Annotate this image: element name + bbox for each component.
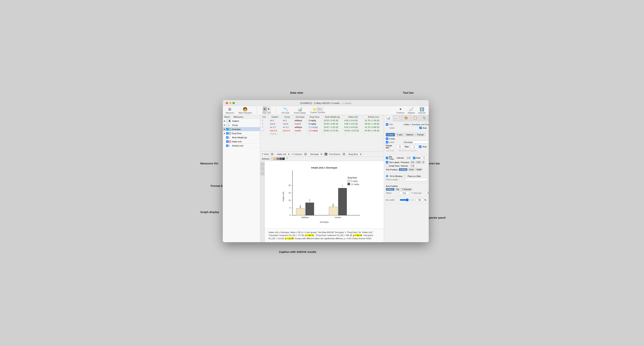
intake-checkbox[interactable] (226, 140, 228, 143)
measure-row-genotype[interactable]: ▶ G Genotype (223, 127, 260, 131)
auto-ticks-checkbox[interactable] (413, 157, 416, 159)
tick-btn-cross[interactable]: cross (408, 168, 415, 171)
axis-pos-bottom[interactable]: Bottom (386, 188, 394, 191)
x-category-select[interactable]: Genotype (308, 152, 323, 156)
fixed-length-label: Fixed Length: (386, 178, 399, 181)
offset-input[interactable] (400, 192, 409, 195)
scheme-colors[interactable] (271, 157, 285, 160)
y-value-select[interactable]: Intake (ml) (275, 152, 290, 156)
bar-width-value[interactable] (416, 198, 423, 201)
toolbar-posthoc-symbols[interactable]: ⭐ abc PostHoc Symbols (310, 107, 325, 113)
interval-input[interactable] (405, 156, 412, 159)
close-button[interactable] (226, 102, 228, 104)
measures-icon: ⊞ (228, 107, 232, 111)
scheme-arrow[interactable]: ⌃ (286, 157, 288, 160)
tick-btn-outside[interactable]: outside (399, 168, 407, 171)
axis-tab-x[interactable]: X axis (386, 133, 395, 136)
range-min-input[interactable] (396, 145, 404, 148)
toolbar-data-view[interactable]: ≡ ≡ Data View (262, 107, 271, 114)
title-input[interactable] (403, 123, 429, 126)
axis-tab-y[interactable]: Y axis (395, 133, 404, 136)
big-ticks-checkbox[interactable] (386, 157, 388, 159)
small-interval-input[interactable] (409, 164, 416, 167)
toolbar-make-repeated[interactable]: 🧑 Make Repeated (238, 107, 252, 114)
y-info-btn[interactable]: ℹ (271, 153, 274, 155)
add-category-btn[interactable]: + (324, 153, 328, 156)
measure-row-drug-dose[interactable]: ▶ D Drug Dose (223, 131, 260, 135)
row4-dose: 1.0 mg/kg (307, 129, 322, 132)
axis-tabs: X axis Y axis Options Format (386, 133, 427, 136)
measure-row-activity[interactable]: ◎ Activity (cm) (223, 144, 260, 148)
row4-subject: mut-1.0 (268, 129, 281, 132)
inspector-tab-color[interactable]: 🎨 (402, 115, 411, 121)
format-item-2[interactable] (260, 167, 264, 171)
genotype-checkbox[interactable] (226, 128, 228, 130)
bar-width-slider[interactable] (400, 198, 415, 201)
axis-pos-y-intercept[interactable]: Y Intercept (401, 188, 412, 191)
y-intercept-input[interactable] (425, 192, 429, 195)
fit-window-radio[interactable] (386, 175, 388, 177)
axis-pos-top[interactable]: Top (395, 188, 400, 191)
inspector-tab-table[interactable]: 📋 (411, 115, 420, 121)
toolbar-plot-style[interactable]: 📉 Plot Style (282, 107, 290, 114)
fixed-length-input[interactable] (400, 178, 428, 181)
activity-checkbox[interactable] (226, 145, 228, 147)
row4-genotype: mutant (293, 129, 307, 132)
auto-ticks-value[interactable] (421, 156, 427, 159)
axis-tab-options[interactable]: Options (404, 133, 415, 136)
tick-btn-inside[interactable]: inside (415, 168, 423, 171)
toolbar-posthocs[interactable]: ✦ PostHocs (396, 107, 404, 114)
sub-info-btn[interactable]: ℹ (342, 153, 345, 155)
small-ticks-checkbox[interactable] (386, 165, 388, 167)
y-value-label: Y Value: (262, 153, 270, 155)
measure-row-body-weight[interactable]: ⚖ Body Weight (g) (223, 135, 260, 139)
tick-labels-checkbox[interactable] (386, 161, 388, 163)
table-row[interactable]: ✓ mut-0 mut-0 mutant 0 mg/kg 32.83 ± 0.6… (260, 122, 384, 125)
body-weight-checkbox[interactable] (226, 136, 228, 139)
table-row[interactable]: Unassi... – – – – – – (260, 132, 384, 135)
fixed-length-row: Fixed Length: (386, 178, 427, 181)
label-checkbox[interactable] (386, 141, 388, 143)
place-slide-radio[interactable] (404, 175, 406, 177)
toolbar-measures[interactable]: ⊞ Measures (226, 107, 234, 114)
subcategory-select[interactable]: Drug Dose (347, 152, 362, 156)
maximize-button[interactable] (232, 102, 235, 104)
row2-incl: ✓ (260, 122, 268, 125)
minimize-button[interactable] (229, 102, 232, 104)
graph-canvas: Intake (ml) x Genotype Intake (ml) Genot… (265, 161, 384, 228)
toolbar-points-display[interactable]: 📊 Points Display (294, 107, 306, 114)
data-table-container[interactable]: Incl. Subject Group Genotype Drug Dose B… (260, 115, 384, 152)
fit-radio-group: Fit to Window Place on Slide (386, 175, 421, 177)
th-dose: Drug Dose (307, 115, 322, 119)
svg-text:c: c (342, 184, 343, 186)
x-axis-checkbox[interactable] (386, 137, 388, 140)
subject-checkbox[interactable] (226, 120, 228, 122)
table-row[interactable]: ✓ wt-1.0 wt-1.0 wildtype 1.0 mg/kg 19.67… (260, 125, 384, 129)
inspector-tab-clip[interactable]: 📎 (420, 115, 429, 121)
format-item-1[interactable] (260, 163, 264, 166)
measure-row-group[interactable]: ▶ G Group (223, 123, 260, 127)
precision-display: 3.1 (410, 161, 415, 164)
title-checkbox[interactable] (386, 123, 388, 126)
x-info-btn[interactable]: ℹ (304, 153, 307, 155)
auto-range-checkbox[interactable] (419, 145, 422, 148)
toolbar-statistics[interactable]: 📈 Statistics (408, 107, 415, 114)
drug-dose-checkbox[interactable] (226, 132, 228, 134)
inspector-tab-line[interactable]: 📈 (393, 115, 402, 121)
inspector-tab-bar-chart[interactable]: 📊 (384, 115, 393, 121)
table-row[interactable]: ✓ mut-1.0 mut-1.0 mutant 1.0 mg/kg 30.00… (260, 129, 384, 132)
row5-dose: – (307, 132, 322, 135)
measure-row-intake[interactable]: I Intake (ml) (223, 139, 260, 144)
auto-checkbox[interactable] (419, 127, 422, 129)
tick-position-row: Tick Position: outside cross inside (386, 168, 427, 171)
range-max-input[interactable] (410, 145, 418, 148)
group-checkbox[interactable] (226, 124, 228, 126)
table-row[interactable]: ✓ wt-0 wt-0 wildtype 0 mg/kg 19.33 ± 0.9… (260, 119, 384, 122)
label-input[interactable] (403, 141, 429, 144)
format-item-3[interactable] (260, 172, 264, 175)
data-view-label: Data View (262, 112, 271, 114)
toolbar-inspector[interactable]: ℹ️ Inspector (418, 107, 426, 114)
measure-row-subject[interactable]: ▶ 👤 Subject (223, 119, 260, 123)
axis-tab-format[interactable]: Format (416, 133, 425, 136)
row3-genotype: wildtype (293, 125, 307, 129)
